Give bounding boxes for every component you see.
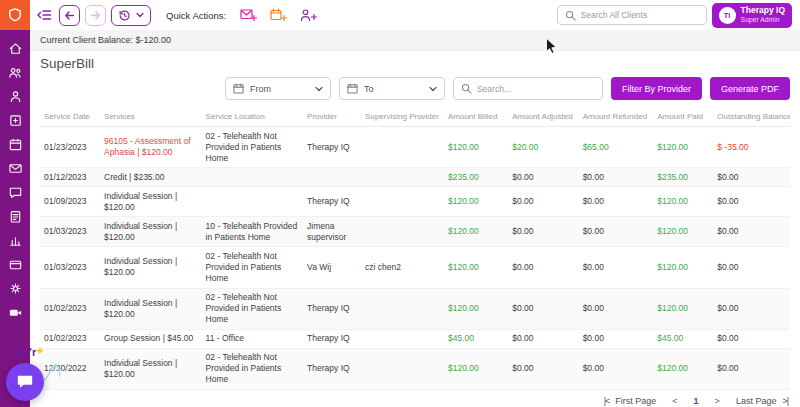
table-row[interactable]: 01/09/2023 Individual Session | $120.00 … — [40, 187, 790, 217]
to-date-label: To — [364, 84, 374, 94]
cell-service-location: 11 - Office — [202, 329, 304, 348]
cell-amount-adjusted: $0.00 — [508, 247, 578, 288]
new-appointment-button[interactable] — [270, 8, 287, 22]
cell-amount-billed: $235.00 — [444, 168, 508, 187]
current-page[interactable]: 1 — [694, 396, 699, 406]
new-message-button[interactable] — [240, 8, 257, 22]
table-row[interactable]: 01/02/2023 Individual Session | $120.00 … — [40, 288, 790, 329]
cell-outstanding-balance: $0.00 — [713, 329, 790, 348]
col-amount-refunded: Amount Refunded — [579, 107, 654, 127]
page-title: SuperBill — [40, 56, 790, 71]
cell-outstanding-balance: $0.00 — [713, 348, 790, 389]
table-row[interactable]: 01/23/2023 96105 - Assessment of Aphasia… — [40, 127, 790, 168]
sidebar-item-settings[interactable] — [8, 281, 23, 296]
cell-service-date: 01/03/2023 — [40, 247, 100, 288]
user-plus-icon — [300, 8, 317, 22]
cell-provider: Therapy IQ — [303, 329, 361, 348]
calendar-plus-icon — [270, 8, 287, 22]
back-arrow-icon — [64, 10, 75, 21]
last-page-label: Last Page — [736, 396, 777, 406]
first-page-icon: |< — [604, 396, 610, 406]
sidebar-item-clinic[interactable] — [8, 113, 23, 128]
cell-service-location: 10 - Telehealth Provided in Patients Hom… — [202, 217, 304, 247]
col-provider: Provider — [303, 107, 361, 127]
sidebar-item-video[interactable] — [8, 305, 23, 320]
app-root: Quick Actions: TI Therapy IQ — [0, 0, 800, 407]
filter-by-provider-button[interactable]: Filter By Provider — [611, 77, 702, 100]
cell-outstanding-balance: $0.00 — [713, 288, 790, 329]
cell-service-location: 02 - Telehealth Not Provided in Patients… — [202, 127, 304, 168]
forward-button[interactable] — [85, 5, 106, 26]
col-service-date: Service Date — [40, 107, 100, 127]
search-icon — [461, 83, 472, 94]
profile-button[interactable]: TI Therapy IQ Super Admin — [712, 3, 792, 28]
sidebar-nav — [8, 30, 23, 320]
chevron-down-icon — [136, 12, 144, 18]
quick-actions — [240, 8, 317, 22]
table-row[interactable]: 01/03/2023 Individual Session | $120.00 … — [40, 217, 790, 247]
cell-service-date: 12/30/2022 — [40, 348, 100, 389]
cell-amount-adjusted: $0.00 — [508, 187, 578, 217]
cell-amount-adjusted: $0.00 — [508, 288, 578, 329]
back-button[interactable] — [59, 5, 80, 26]
client-search-input[interactable] — [581, 10, 699, 20]
table-search-input[interactable] — [477, 84, 595, 94]
filter-row: From To Filter By Provider Generate PDF — [40, 77, 790, 100]
cell-amount-adjusted: $0.00 — [508, 348, 578, 389]
sidebar-item-clients[interactable] — [8, 65, 23, 80]
chevron-down-icon — [429, 86, 437, 92]
cell-outstanding-balance: $ -35.00 — [713, 127, 790, 168]
generate-pdf-button[interactable]: Generate PDF — [710, 77, 790, 100]
cell-provider: Therapy IQ — [303, 288, 361, 329]
cell-amount-refunded: $0.00 — [579, 217, 654, 247]
history-dropdown-button[interactable] — [111, 5, 151, 26]
sidebar-item-home[interactable] — [8, 41, 23, 56]
notes-icon — [8, 209, 23, 224]
collapse-sidebar-button[interactable] — [36, 8, 52, 22]
from-date-select[interactable]: From — [225, 77, 331, 100]
cell-amount-billed: $120.00 — [444, 288, 508, 329]
chat-launcher-button[interactable] — [6, 363, 44, 401]
sidebar-item-calendar[interactable] — [8, 137, 23, 152]
calendar-icon — [233, 83, 244, 94]
sidebar-item-billing[interactable] — [8, 257, 23, 272]
forward-arrow-icon — [90, 10, 101, 21]
next-page-button[interactable]: > — [715, 396, 720, 406]
main-area: Quick Actions: TI Therapy IQ — [30, 0, 800, 407]
to-date-select[interactable]: To — [339, 77, 445, 100]
cell-services: Individual Session | $120.00 — [100, 348, 202, 389]
cell-supervising-provider — [361, 168, 444, 187]
cell-supervising-provider — [361, 329, 444, 348]
cell-service-date: 01/02/2023 — [40, 329, 100, 348]
cell-provider: Jimena supervisor — [303, 217, 361, 247]
cell-services: Individual Session | $120.00 — [100, 187, 202, 217]
balance-bar: Current Client Balance: $-120.00 — [30, 30, 800, 51]
table-row[interactable]: 01/02/2023 Group Session | $45.00 11 - O… — [40, 329, 790, 348]
last-page-button[interactable]: Last Page >| — [736, 396, 788, 406]
chat-bubble-icon — [16, 373, 34, 391]
prev-page-button[interactable]: < — [672, 396, 677, 406]
sidebar-item-notes[interactable] — [8, 209, 23, 224]
col-service-location: Service Location — [202, 107, 304, 127]
table-row[interactable]: 12/30/2022 Individual Session | $120.00 … — [40, 348, 790, 389]
sidebar-item-reports[interactable] — [8, 233, 23, 248]
sidebar-item-chat[interactable] — [8, 185, 23, 200]
new-client-button[interactable] — [300, 8, 317, 22]
cell-amount-refunded: $0.00 — [579, 187, 654, 217]
col-amount-paid: Amount Paid — [653, 107, 713, 127]
cell-amount-billed: $45.00 — [444, 329, 508, 348]
gear-icon — [8, 281, 23, 296]
cell-provider: Va Wij — [303, 247, 361, 288]
sidebar-item-mail[interactable] — [8, 161, 23, 176]
table-row[interactable]: 01/03/2023 Individual Session | $120.00 … — [40, 247, 790, 288]
cell-amount-billed: $120.00 — [444, 127, 508, 168]
table-row[interactable]: 01/12/2023 Credit | $235.00 $235.00 $0.0… — [40, 168, 790, 187]
sidebar-item-profile[interactable] — [8, 89, 23, 104]
cell-outstanding-balance: $0.00 — [713, 168, 790, 187]
first-page-button[interactable]: |< First Page — [604, 396, 657, 406]
cell-amount-adjusted: $0.00 — [508, 329, 578, 348]
cell-outstanding-balance: $0.00 — [713, 187, 790, 217]
cell-amount-billed: $120.00 — [444, 348, 508, 389]
cell-supervising-provider: czi chen2 — [361, 247, 444, 288]
app-logo — [0, 0, 30, 30]
